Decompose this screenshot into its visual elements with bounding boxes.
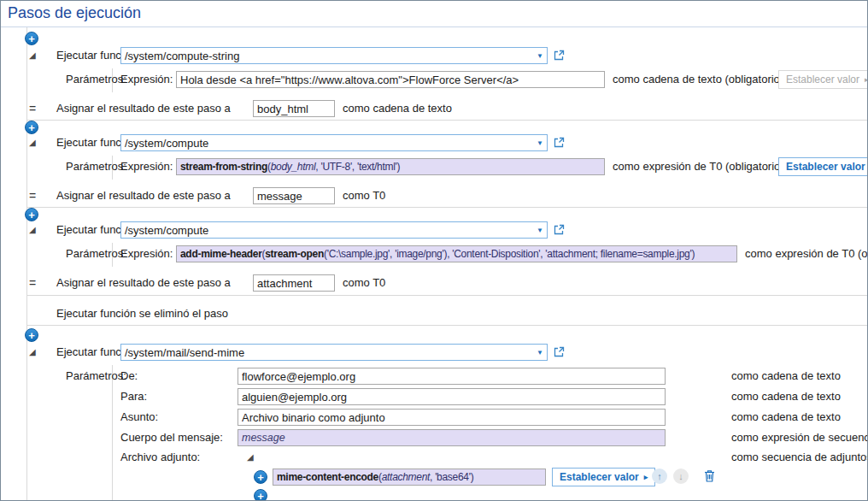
down-arrow-icon: ↓ <box>678 471 683 481</box>
step-separator <box>26 325 867 326</box>
execution-steps-panel: Pasos de ejecución + ◢ Ejecutar función … <box>0 0 868 501</box>
step2-parameters-label: Parámetros: <box>66 160 126 174</box>
step2-open-function-icon[interactable] <box>553 137 565 149</box>
field-cuerpo-value: message <box>242 432 285 444</box>
step3-assign-result-label: Asignar el resultado de este paso a <box>56 276 231 290</box>
insert-step-button-1[interactable]: + <box>25 32 38 45</box>
field-de-type-note: como cadena de texto <box>731 369 841 383</box>
field-cuerpo-input[interactable]: message <box>238 429 666 446</box>
submenu-arrow-icon: ▸ <box>865 76 868 84</box>
field-adjunto-type-note: como secuencia de adjuntos <box>731 451 868 464</box>
field-de-label: De: <box>120 369 138 383</box>
add-attachment-button-2[interactable]: + <box>254 489 267 501</box>
step3-parameters-label: Parámetros: <box>66 247 126 261</box>
step1-function-path: /system/compute-string <box>125 50 239 62</box>
adjunto-expression-input[interactable]: mime-content-encode(attachment, 'base64'… <box>273 469 546 486</box>
step1-expression-label: Expresión: <box>120 73 173 86</box>
step1-parameters-label: Parámetros: <box>66 73 126 86</box>
header-divider <box>1 27 867 27</box>
submenu-arrow-icon: ▸ <box>644 474 648 481</box>
step3-expression-label: Expresión: <box>120 247 173 261</box>
chevron-down-icon: ▼ <box>537 52 543 60</box>
plus-icon: + <box>28 209 35 221</box>
step4-function-path: /system/mail/send-mime <box>125 346 244 359</box>
step1-function-dropdown[interactable]: /system/compute-string ▼ <box>120 47 548 64</box>
page-title: Pasos de ejecución <box>8 4 141 22</box>
step4-collapse-icon[interactable]: ◢ <box>29 348 36 357</box>
adjunto-collapse-icon[interactable]: ◢ <box>247 453 254 462</box>
field-adjunto-label: Archivo adjunto: <box>120 451 200 464</box>
field-de-input[interactable] <box>238 368 666 385</box>
step-separator <box>26 120 867 121</box>
field-para-input[interactable] <box>238 388 666 405</box>
chevron-down-icon: ▼ <box>537 349 543 357</box>
external-link-icon <box>553 224 565 236</box>
step1-open-function-icon[interactable] <box>553 50 565 62</box>
field-para-label: Para: <box>120 390 147 404</box>
set-value-label: Establecer valor <box>560 471 639 483</box>
step2-type-note: como expresión de T0 (obligatorio) <box>613 160 784 174</box>
field-cuerpo-label: Cuerpo del mensaje: <box>120 431 223 445</box>
step1-collapse-icon[interactable]: ◢ <box>29 51 36 60</box>
field-para-type-note: como cadena de texto <box>731 390 841 404</box>
step4-param-divider <box>112 365 113 500</box>
step1-set-value-button[interactable]: Establecer valor ▸ <box>778 70 868 89</box>
step4-parameters-label: Parámetros: <box>66 369 126 383</box>
plus-icon: + <box>28 330 35 341</box>
step2-collapse-icon[interactable]: ◢ <box>29 139 36 147</box>
up-arrow-icon: ↑ <box>657 471 662 481</box>
step3-function-path: /system/compute <box>125 224 208 237</box>
step-separator <box>26 207 867 208</box>
add-attachment-button-1[interactable]: + <box>254 470 267 484</box>
move-up-button[interactable]: ↑ <box>652 469 667 484</box>
step3-collapse-icon[interactable]: ◢ <box>29 226 36 234</box>
step2-expression-input[interactable]: stream-from-string(body_html, 'UTF-8', '… <box>176 158 605 175</box>
step4-open-function-icon[interactable] <box>553 346 565 358</box>
field-asunto-type-note: como cadena de texto <box>731 410 841 424</box>
left-guide-line <box>26 27 27 500</box>
move-down-button[interactable]: ↓ <box>673 469 689 484</box>
step1-expression-input[interactable] <box>176 71 605 88</box>
insert-step-button-4[interactable]: + <box>25 328 38 342</box>
external-link-icon <box>553 50 565 62</box>
set-value-label: Establecer valor <box>786 74 859 85</box>
step2-equals-sign: = <box>29 189 36 203</box>
trash-icon <box>704 469 715 483</box>
step2-set-value-button[interactable]: Establecer valor ▸ <box>778 157 868 176</box>
deleted-step-notice: Ejecutar función se eliminó el paso <box>56 307 228 321</box>
step3-equals-sign: = <box>29 276 36 290</box>
plus-icon: + <box>257 472 264 483</box>
step3-function-dropdown[interactable]: /system/compute ▼ <box>120 221 548 239</box>
step4-function-dropdown[interactable]: /system/mail/send-mime ▼ <box>120 344 548 361</box>
plus-icon: + <box>28 122 35 133</box>
step2-function-dropdown[interactable]: /system/compute ▼ <box>120 134 548 151</box>
chevron-down-icon: ▼ <box>537 139 543 147</box>
step1-assign-type-note: como cadena de texto <box>343 102 452 115</box>
step2-assign-type-note: como T0 <box>343 189 385 203</box>
chevron-down-icon: ▼ <box>537 227 543 234</box>
field-asunto-input[interactable] <box>238 409 666 426</box>
step3-assign-input[interactable] <box>253 274 335 292</box>
delete-attachment-button[interactable] <box>704 469 715 483</box>
step1-assign-input[interactable] <box>253 100 335 117</box>
step2-expression-label: Expresión: <box>120 160 173 174</box>
plus-icon: + <box>257 491 264 501</box>
step3-expression-input[interactable]: add-mime-header(stream-open('C:\sample.j… <box>176 245 737 262</box>
external-link-icon <box>553 137 565 149</box>
insert-step-button-2[interactable]: + <box>25 121 38 134</box>
insert-step-button-3[interactable]: + <box>25 208 38 221</box>
plus-icon: + <box>28 33 35 44</box>
step3-assign-type-note: como T0 <box>343 276 385 290</box>
field-asunto-label: Asunto: <box>120 410 158 424</box>
step1-equals-sign: = <box>29 102 36 115</box>
step2-assign-input[interactable] <box>253 187 335 204</box>
step1-assign-result-label: Asignar el resultado de este paso a <box>56 102 231 115</box>
step-separator <box>26 295 867 296</box>
step3-open-function-icon[interactable] <box>553 224 565 236</box>
adjunto-set-value-button[interactable]: Establecer valor ▸ <box>552 468 655 486</box>
step2-assign-result-label: Asignar el resultado de este paso a <box>56 189 231 203</box>
step1-type-note: como cadena de texto (obligatorio) <box>613 73 783 86</box>
field-cuerpo-type-note: como expresión de secuencia <box>731 431 868 445</box>
step3-type-note: como expresión de T0 (obligatorio) <box>745 247 868 261</box>
step2-function-path: /system/compute <box>125 137 208 150</box>
